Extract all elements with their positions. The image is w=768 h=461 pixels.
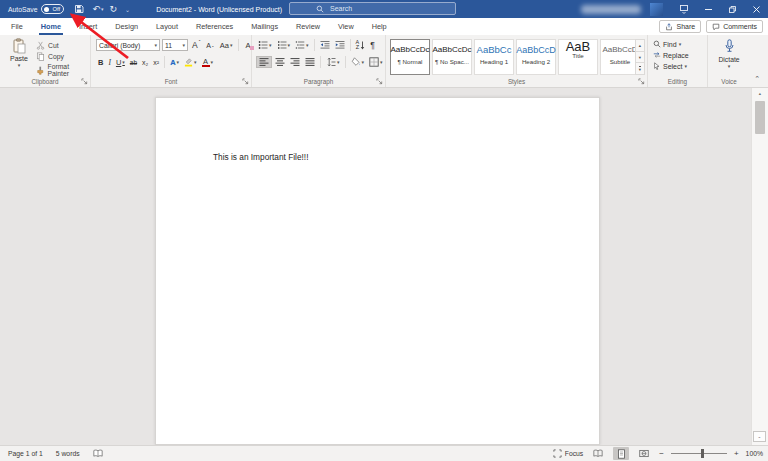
font-name-select[interactable]: Calibri (Body) ▾ [96, 39, 160, 51]
sort-button[interactable]: AZ [354, 39, 368, 51]
paste-button[interactable]: Paste ▾ [4, 38, 34, 68]
zoom-slider-thumb[interactable] [701, 449, 704, 458]
collapse-ribbon-button[interactable]: ⌃ [754, 75, 760, 83]
pilcrow-icon: ¶ [370, 40, 375, 50]
style-subtitle[interactable]: AaBbCcD Subtitle [600, 39, 640, 75]
tab-file[interactable]: File [2, 18, 32, 35]
subscript-button[interactable]: x₂ [140, 56, 150, 68]
zoom-slider[interactable] [671, 449, 727, 458]
tab-insert[interactable]: Insert [70, 18, 106, 35]
focus-button[interactable]: Focus [553, 449, 584, 458]
ribbon-group-editing: Find ▾ Replace Select ▾ Editing [648, 35, 708, 87]
tab-references[interactable]: References [187, 18, 242, 35]
font-size-select[interactable]: 11 ▾ [162, 39, 188, 51]
autosave-state: Off [52, 6, 60, 12]
decrease-indent-button[interactable] [318, 39, 332, 51]
web-layout-button[interactable] [636, 447, 652, 460]
find-button[interactable]: Find ▾ [653, 40, 681, 48]
highlighter-icon [184, 57, 193, 67]
search-input[interactable]: Search [289, 2, 456, 15]
change-case-button[interactable]: Aa▾ [218, 39, 235, 51]
underline-button[interactable]: U▾ [114, 56, 127, 68]
styles-scroll-down-button[interactable]: ▾ [636, 52, 644, 64]
bold-button[interactable]: B [96, 56, 105, 68]
styles-gallery-more-button[interactable]: ▾ [636, 63, 644, 74]
undo-button[interactable]: ↶ ▾ [92, 5, 103, 14]
italic-button[interactable]: I [106, 56, 113, 68]
zoom-in-button[interactable]: + [734, 449, 739, 458]
borders-button[interactable]: ▾ [367, 56, 385, 68]
select-caret-icon: ▾ [684, 64, 687, 69]
style-heading-2[interactable]: AaBbCcD Heading 2 [516, 39, 556, 75]
dictate-button[interactable]: Dictate ▾ [708, 39, 750, 69]
style-no-spacing[interactable]: AaBbCcDc ¶ No Spac... [432, 39, 472, 75]
sort-arrow-icon [360, 41, 365, 50]
strikethrough-button[interactable]: ab [128, 56, 139, 68]
select-button[interactable]: Select ▾ [653, 62, 687, 70]
vertical-scrollbar[interactable]: ▴ [751, 88, 768, 445]
shrink-font-button[interactable]: Aˇ [204, 39, 215, 51]
zoom-out-button[interactable]: − [659, 449, 664, 458]
tab-mailings[interactable]: Mailings [242, 18, 287, 35]
redo-button[interactable]: ↻ [110, 5, 118, 14]
avatar[interactable] [650, 3, 663, 16]
word-count[interactable]: 5 words [56, 450, 80, 457]
superscript-button[interactable]: x² [151, 56, 161, 68]
zoom-level[interactable]: 100% [746, 450, 763, 457]
tab-layout[interactable]: Layout [147, 18, 187, 35]
increase-indent-button[interactable] [333, 39, 347, 51]
read-mode-button[interactable] [590, 447, 606, 460]
cut-button[interactable]: Cut [36, 41, 59, 50]
justify-button[interactable] [303, 56, 317, 68]
styles-dialog-launcher[interactable] [638, 78, 645, 85]
show-paragraph-marks-button[interactable]: ¶ [368, 39, 377, 51]
numbering-button[interactable]: ▾ [275, 39, 293, 51]
page-indicator[interactable]: Page 1 of 1 [8, 450, 43, 457]
ribbon-display-options-button[interactable] [672, 0, 696, 18]
document-area: This is an Important File!!! ▴ ⌄ [0, 88, 768, 445]
scrollbar-thumb[interactable] [755, 101, 765, 134]
underline-label: U [116, 58, 121, 67]
print-layout-button[interactable] [613, 447, 629, 460]
style-normal[interactable]: AaBbCcDc ¶ Normal [390, 39, 430, 75]
style-heading-1[interactable]: AaBbCc Heading 1 [474, 39, 514, 75]
tab-view[interactable]: View [329, 18, 363, 35]
tab-home[interactable]: Home [32, 18, 70, 35]
close-button[interactable] [744, 0, 768, 18]
clipboard-dialog-launcher[interactable] [81, 78, 88, 85]
shading-button[interactable]: ▾ [349, 56, 367, 68]
replace-button[interactable]: Replace [653, 51, 689, 59]
align-center-button[interactable] [273, 56, 287, 68]
autosave-toggle[interactable]: Off [41, 4, 64, 14]
tab-review[interactable]: Review [287, 18, 329, 35]
align-right-button[interactable] [288, 56, 302, 68]
font-color-button[interactable]: A ▾ [200, 56, 216, 68]
text-effects-button[interactable]: A▾ [168, 56, 181, 68]
save-button[interactable] [74, 4, 84, 14]
quick-access-customize-button[interactable]: ⌄ [124, 6, 130, 13]
scrollbar-bottom-button[interactable]: ⌄ [753, 431, 766, 442]
multilevel-list-button[interactable]: ▾ [293, 39, 311, 51]
proofing-book-icon[interactable] [93, 449, 103, 458]
tab-design[interactable]: Design [106, 18, 147, 35]
minimize-button[interactable] [696, 0, 720, 18]
style-title[interactable]: AaB Title [558, 39, 598, 75]
font-dialog-launcher[interactable] [242, 78, 249, 85]
comments-button[interactable]: Comments [706, 20, 763, 33]
align-left-button[interactable] [256, 56, 272, 68]
document-text[interactable]: This is an Important File!!! [213, 152, 308, 162]
tab-help[interactable]: Help [363, 18, 396, 35]
paragraph-dialog-launcher[interactable] [376, 78, 383, 85]
copy-button[interactable]: Copy [36, 52, 64, 61]
restore-button[interactable] [720, 0, 744, 18]
increase-indent-icon [335, 40, 345, 50]
document-page[interactable]: This is an Important File!!! [155, 97, 600, 445]
styles-scroll-up-button[interactable]: ▴ [636, 40, 644, 52]
highlight-button[interactable]: ▾ [182, 56, 199, 68]
scrollbar-up-button[interactable]: ▴ [752, 88, 768, 99]
share-button[interactable]: Share [659, 20, 701, 33]
bullets-button[interactable]: ▾ [256, 39, 274, 51]
line-spacing-button[interactable]: ▾ [324, 56, 342, 68]
format-painter-button[interactable]: Format Painter [36, 63, 90, 77]
grow-font-button[interactable]: Aˆ [190, 39, 202, 51]
